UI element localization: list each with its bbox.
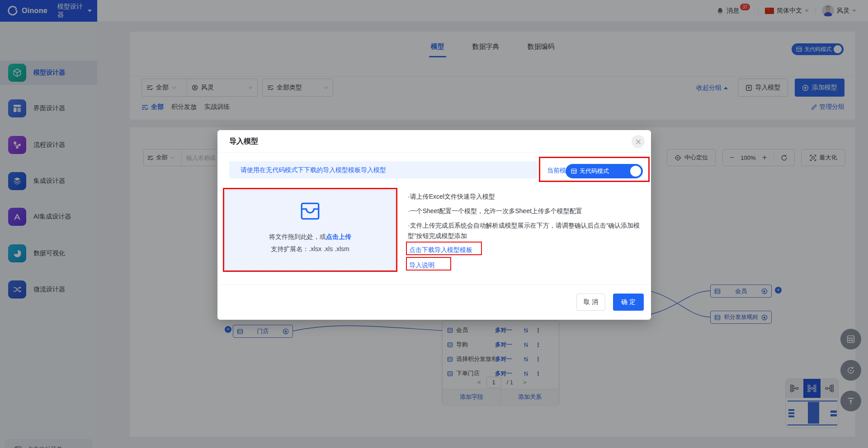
instructions: ·请上传Excel文件快速导入模型 ·一个Sheet配置一个模型，允许一次多Sh… xyxy=(408,191,645,245)
no-code-mode-label: 无代码模式 xyxy=(580,167,609,175)
instruction-line: ·一个Sheet配置一个模型，允许一次多Sheet上传多个模型配置 xyxy=(408,206,645,216)
inbox-upload-icon xyxy=(225,201,395,222)
cancel-button[interactable]: 取 消 xyxy=(576,294,605,311)
app-screen: Oinone 模型设计器 消息 37 简体中文 xyxy=(0,0,868,448)
no-code-mode-toggle[interactable]: 无代码模式 xyxy=(566,164,643,178)
grid-icon xyxy=(571,168,577,174)
extension-hint-text: 支持扩展名：.xlsx .xls .xlsm xyxy=(225,245,395,253)
click-upload-link[interactable]: 点击上传 xyxy=(326,233,351,240)
divider xyxy=(217,285,651,285)
close-icon xyxy=(636,139,641,145)
drag-hint-text: 将文件拖到此处，或 xyxy=(269,233,326,240)
confirm-button[interactable]: 确 定 xyxy=(613,294,644,311)
import-help-link[interactable]: 导入说明 xyxy=(409,261,434,270)
instruction-line: ·文件上传完成后系统会自动解析成模型展示在下方，请调整确认后点击“确认添加模型”… xyxy=(408,220,645,241)
import-model-dialog: 导入模型 请使用在无代码模式下下载的导入模型模板导入模型 当前模式 无代码模式 … xyxy=(217,130,651,320)
notice-banner: 请使用在无代码模式下下载的导入模型模板导入模型 xyxy=(229,161,537,178)
dialog-title: 导入模型 xyxy=(229,137,258,146)
instruction-line: ·请上传Excel文件快速导入模型 xyxy=(408,191,645,202)
close-button[interactable] xyxy=(632,135,645,148)
toggle-knob xyxy=(630,166,641,177)
upload-dropzone[interactable]: 将文件拖到此处，或点击上传 支持扩展名：.xlsx .xls .xlsm xyxy=(225,190,396,271)
divider xyxy=(217,152,651,153)
download-template-link[interactable]: 点击下载导入模型模板 xyxy=(409,246,472,254)
